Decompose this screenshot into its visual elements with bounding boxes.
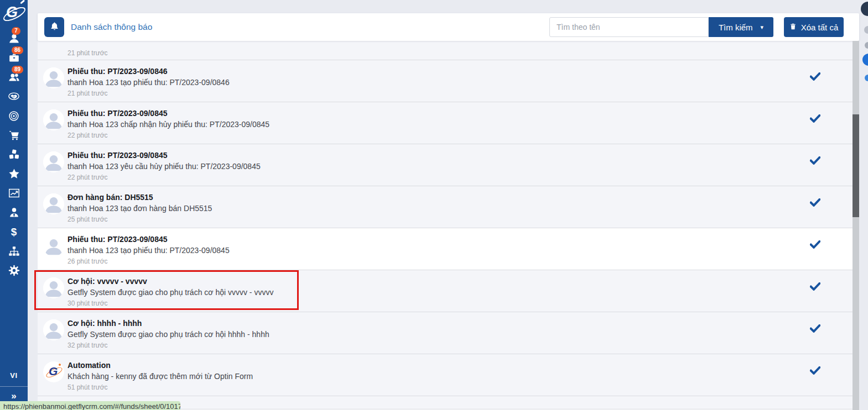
notification-time: 21 phút trước [67,89,803,98]
notification-row[interactable]: G Phiếu thu: PT/2023-09/0845 thanh Hoa 1… [38,102,853,144]
notification-content: Cơ hội: vvvvv - vvvvv Getfly System được… [67,276,803,308]
sidebar-item-briefcase[interactable]: 86 [0,48,28,67]
avatar: G [43,361,64,382]
notification-title: Phiếu thu: PT/2023-09/0846 [67,66,803,77]
notification-time: 22 phút trước [67,173,803,182]
notification-description: Getfly System được giao cho phụ trách cơ… [67,329,803,340]
notification-content: Đơn hàng bán: DH5515 thanh Hoa 123 tạo đ… [67,192,803,224]
notification-content: Automation Khách hàng - kenny đã được th… [67,360,803,392]
trash-icon [789,23,797,32]
notification-description: Khách hàng - kenny đã được thêm mới từ O… [67,371,803,382]
notification-title: Automation [67,360,803,371]
badge-count: 7 [12,27,20,35]
notification-row[interactable]: G 21 phút trước [38,41,853,60]
target-icon [8,111,19,122]
read-check-icon[interactable] [810,156,820,167]
page-title: Danh sách thông báo [71,13,152,41]
notification-title: Đơn hàng bán: DH5515 [67,192,803,203]
read-check-icon[interactable] [810,324,820,335]
sidebar-item-star[interactable] [0,164,28,183]
badge-count: 89 [12,66,23,73]
read-check-icon[interactable] [810,198,820,209]
notification-time: 21 phút trước [67,49,803,58]
avatar: G [43,193,64,214]
notification-time: 22 phút trước [67,131,803,140]
notification-row[interactable]: G Phiếu thu: PT/2023-09/0845 thanh Hoa 1… [38,228,853,270]
sidebar-item-cubes[interactable] [0,145,28,164]
logo-rocket [20,0,25,4]
notification-title: Cơ hội: hhhh - hhhh [67,318,803,329]
gear-icon [8,265,20,276]
cart-icon [8,129,20,141]
read-check-icon[interactable] [810,114,820,125]
scrollbar-thumb[interactable] [853,114,859,217]
dollar-icon: $ [11,227,17,238]
read-check-icon[interactable] [810,366,820,377]
getfly-logo-icon[interactable]: G [0,0,28,27]
sidebar-item-settings[interactable] [0,261,28,280]
floating-widget-partial-blue[interactable] [862,54,868,66]
avatar: G [43,277,64,298]
sidebar-item-handshake[interactable] [0,87,28,106]
sidebar-item-chart[interactable] [0,183,28,203]
notification-title: Cơ hội: vvvvv - vvvvv [67,276,803,287]
bell-button[interactable] [44,17,64,37]
sidebar-item-users[interactable]: 89 [0,67,28,87]
chart-icon [8,187,20,199]
sidebar-item-cart[interactable] [0,125,28,145]
notification-content: Phiếu thu: PT/2023-09/0845 thanh Hoa 123… [67,234,803,266]
delete-all-button[interactable]: Xóa tất cả [784,17,844,37]
notification-row[interactable]: G Phiếu thu: PT/2023-09/0846 thanh Hoa 1… [38,60,853,102]
sidebar-item-target[interactable] [0,106,28,125]
sidebar-item-person-tie[interactable] [0,203,28,222]
badge-count: 86 [12,46,23,54]
sidebar-item-user[interactable]: 7 [0,29,28,48]
read-check-icon[interactable] [810,240,820,251]
notification-description: thanh Hoa 123 tạo phiếu thu: PT/2023-09/… [67,77,803,88]
notification-description: thanh Hoa 123 yêu cầu hủy phiếu thu: PT/… [67,161,803,172]
notification-description: Getfly System được giao cho phụ trách cơ… [67,287,803,298]
sidebar-nav: 7 86 89 [0,29,28,280]
floating-widget-partial-gray [864,26,868,34]
sidebar-item-dollar[interactable]: $ [0,222,28,241]
notification-time: 25 phút trước [67,215,803,224]
avatar: G [43,319,64,340]
notification-time: 26 phút trước [67,257,803,266]
notification-time: 51 phút trước [67,383,803,392]
notification-row[interactable]: G Cơ hội: vvvvv - vvvvv Getfly System đư… [38,270,853,312]
notification-row[interactable]: G Đơn hàng bán: DH5515 thanh Hoa 123 tạo… [38,186,853,228]
notification-content: Phiếu thu: PT/2023-09/0846 thanh Hoa 123… [67,66,803,98]
floating-widget-partial-blue-small [865,75,868,81]
notification-row[interactable]: G Automation Khách hàng - kenny đã được … [38,354,853,396]
notification-title: Phiếu thu: PT/2023-09/0845 [67,108,803,119]
notification-content: 21 phút trước [67,48,803,58]
notification-content: Phiếu thu: PT/2023-09/0845 thanh Hoa 123… [67,108,803,140]
sidebar-item-sitemap[interactable] [0,241,28,261]
search-input[interactable] [549,17,709,37]
notification-description: thanh Hoa 123 chấp nhận hủy phiếu thu: P… [67,119,803,130]
notification-time: 32 phút trước [67,341,803,350]
delete-all-label: Xóa tất cả [801,23,839,32]
read-check-icon[interactable] [810,72,820,83]
notification-time: 30 phút trước [67,299,803,308]
language-switcher[interactable]: VI [0,368,28,387]
avatar: G [43,67,64,88]
scrollbar-track[interactable] [853,41,859,410]
notifications-header: Danh sách thông báo Tìm kiếm ▾ Xóa tất c… [38,13,859,41]
getfly-avatar-logo: G [43,361,64,382]
status-url: https://phienbanmoi.getflycrm.com/#/fund… [0,401,180,410]
notification-row[interactable]: G Cơ hội: hhhh - hhhh Getfly System được… [38,312,853,354]
sitemap-icon [8,245,20,257]
read-check-icon[interactable] [810,282,820,293]
floating-widget-partial-dark[interactable] [861,2,868,16]
search-button-label: Tìm kiếm [719,23,753,32]
search-button[interactable]: Tìm kiếm ▾ [709,17,773,37]
star-icon [8,168,20,180]
person-tie-icon [8,207,20,218]
notification-row[interactable]: G Phiếu thu: PT/2023-09/0845 thanh Hoa 1… [38,144,853,186]
handshake-icon [8,91,20,103]
notification-list: G 21 phút trước G Phiếu thu: PT/2023-09/… [38,41,853,410]
notification-content: Phiếu thu: PT/2023-09/0845 thanh Hoa 123… [67,150,803,182]
notification-title: Phiếu thu: PT/2023-09/0845 [67,234,803,245]
notification-title: Phiếu thu: PT/2023-09/0845 [67,150,803,161]
